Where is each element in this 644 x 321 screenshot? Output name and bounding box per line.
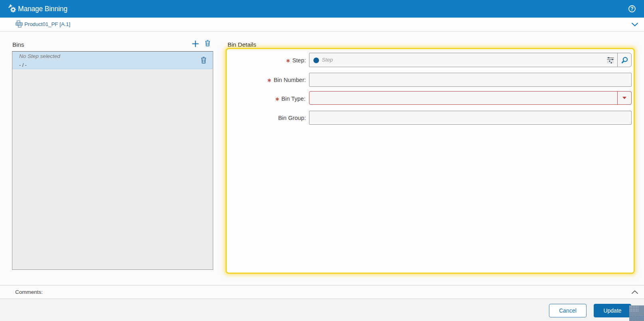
svg-text:?: ? [630,6,633,12]
